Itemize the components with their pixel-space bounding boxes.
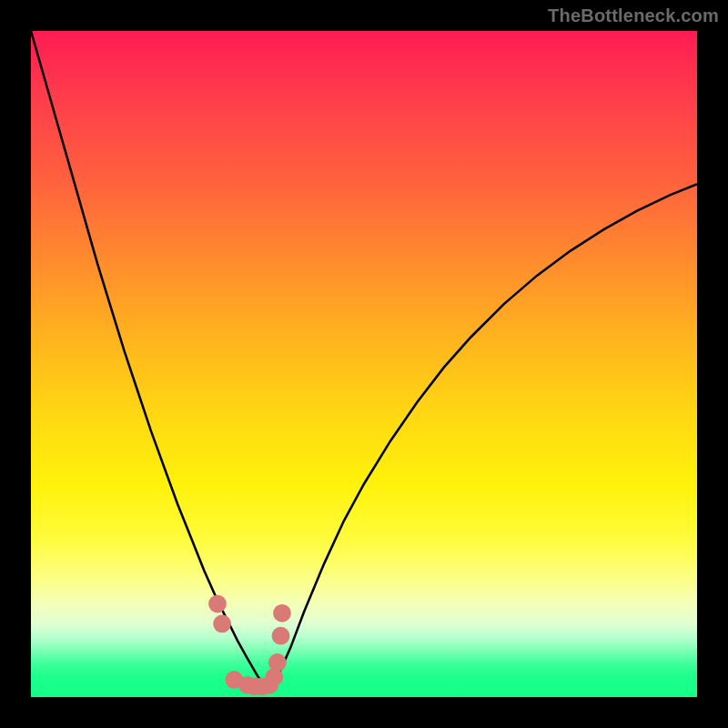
marker-dot — [273, 604, 291, 622]
chart-frame: TheBottleneck.com — [0, 0, 728, 728]
good-markers-group — [208, 595, 291, 696]
watermark-text: TheBottleneck.com — [548, 5, 719, 26]
marker-dot — [208, 595, 227, 613]
plot-area — [31, 31, 697, 697]
marker-dot — [213, 615, 231, 633]
marker-layer — [31, 31, 697, 697]
marker-dot — [272, 627, 290, 645]
marker-dot — [268, 653, 287, 672]
